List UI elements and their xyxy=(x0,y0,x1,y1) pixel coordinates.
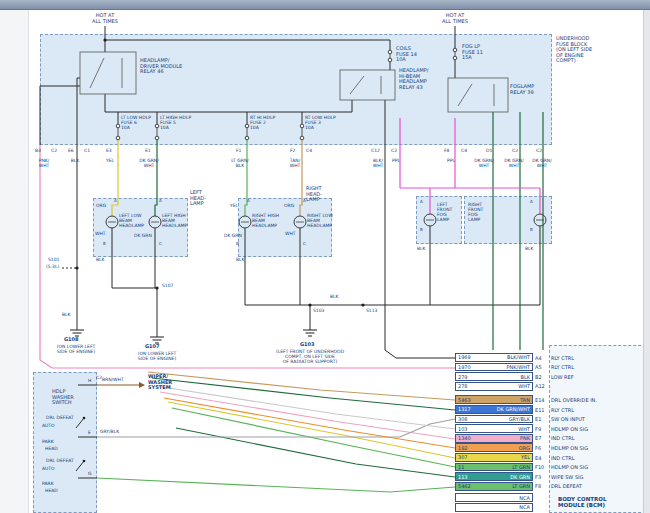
diagram-label: DRL DEFEAT xyxy=(46,458,74,463)
diagram-label: DK GRN/ WHT xyxy=(134,158,164,168)
diagram-label: C2 xyxy=(51,148,57,153)
diagram-label: RT LOW HDLP FUSE 3 10A xyxy=(305,115,343,130)
diagram-label: BODY CONTROL MODULE (BCM) xyxy=(558,496,630,508)
wire xyxy=(105,94,352,112)
bcm-function: HDLMP ON SIG xyxy=(551,464,588,470)
wire xyxy=(385,145,455,358)
bcm-function: IND CTRL xyxy=(551,455,574,461)
bcm-function: LOW REF xyxy=(551,374,574,380)
bcm-pin: E11 xyxy=(535,407,545,413)
bcm-pin: E14 xyxy=(535,397,545,403)
relay-symbol xyxy=(448,78,508,112)
bcm-pin: A5 xyxy=(535,364,542,370)
bcm-table-row: NCA xyxy=(455,493,533,502)
diagram-label: C4 xyxy=(306,148,312,153)
bcm-table-row: 1970PNK/WHT xyxy=(455,363,533,372)
diagram-label: BRN/WHT xyxy=(102,377,124,382)
bcm-wire-number: 5462 xyxy=(458,483,471,489)
bcm-wire-number: 308 xyxy=(458,416,468,422)
bcm-table-row: NCA xyxy=(455,503,533,512)
bcm-wire-color: LT GRN xyxy=(512,483,530,489)
diagram-label: HEAD xyxy=(45,446,58,451)
diagram-label: DRL DEFEAT xyxy=(46,415,74,420)
diagram-label: PPL xyxy=(440,158,462,163)
diagram-label: DK GRN xyxy=(224,233,242,238)
bcm-wire-color: PNK xyxy=(520,435,530,441)
diagram-label: HDLP WASHER SWITCH xyxy=(52,389,88,406)
bcm-function: SW ON INPUT xyxy=(551,416,585,422)
diagram-label: C12 xyxy=(371,148,380,153)
bcm-function: RLY CTRL xyxy=(551,355,574,361)
bcm-wire-number: 278 xyxy=(458,383,468,389)
bcm-pin: E7 xyxy=(535,435,541,441)
bcm-wire-color: ORG xyxy=(519,445,530,451)
diagram-label: ORG xyxy=(96,203,106,208)
diagram-label: LT GRN/ BLK xyxy=(225,158,255,168)
bcm-table-row: 1969BLK/WHT xyxy=(455,353,533,362)
bcm-wire-number: 113 xyxy=(458,474,468,480)
diagram-label: ORG xyxy=(284,203,294,208)
vertical-scrollbar[interactable] xyxy=(643,10,650,513)
diagram-label: G xyxy=(88,471,92,476)
diagram-label: B xyxy=(103,242,106,246)
diagram-label: A xyxy=(420,200,423,204)
diagram-label: B3 xyxy=(35,148,41,153)
diagram-label: DK GRN xyxy=(134,233,152,238)
bcm-wire-color: NCA xyxy=(519,495,530,501)
bcm-pin: F8 xyxy=(535,483,541,489)
wiring-diagram-screen: HOT AT ALL TIMESHOT AT ALL TIMESUNDERHOO… xyxy=(0,0,650,513)
diagram-label: B xyxy=(420,228,423,232)
diagram-label: F8 xyxy=(444,148,449,153)
diagram-label: HEADLAMP/ HI-BEAM HEADLAMP RELAY 43 xyxy=(399,68,445,90)
diagram-label: WHT xyxy=(95,231,106,236)
bcm-pin: F9 xyxy=(535,426,541,432)
diagram-label: YEL xyxy=(98,158,122,163)
diagram-label: C1 xyxy=(84,148,90,153)
bcm-table-row: 103WHT xyxy=(455,424,533,433)
diagram-label: A xyxy=(530,200,533,204)
bcm-wire-number: 1970 xyxy=(458,364,471,370)
bcm-function: IND CTRL xyxy=(551,435,574,441)
bcm-wire-color: BLK xyxy=(521,374,531,380)
diagram-label: UNDERHOOD FUSE BLOCK (ON LEFT SIDE OF EN… xyxy=(556,36,628,64)
bcm-function: RLY CTRL xyxy=(551,407,574,413)
diagram-label: PARK xyxy=(42,439,54,444)
wire xyxy=(300,140,302,216)
bcm-pin: E4 xyxy=(535,455,541,461)
bcm-wire-number: 1317 xyxy=(458,406,471,412)
diagram-label: GRY/BLK xyxy=(100,429,119,434)
diagram-label: FOGLAMP RELAY 39 xyxy=(510,84,550,95)
bcm-wire-number: 103 xyxy=(458,426,468,432)
bcm-function: DRL OVERRIDE IN. xyxy=(551,397,597,403)
diagram-label: PARK xyxy=(42,481,54,486)
bcm-table-row: 308GRY/BLK xyxy=(455,415,533,424)
diagram-label: A xyxy=(303,199,306,203)
wire xyxy=(77,78,80,330)
bcm-function: RLY CTRL xyxy=(551,364,574,370)
diagram-label: B xyxy=(530,228,533,232)
bcm-pin: A12 xyxy=(535,383,545,389)
bcm-wire-number: 11 xyxy=(458,464,464,470)
wire xyxy=(40,86,80,145)
bcm-wire-color: LT GRN xyxy=(512,464,530,470)
relay-symbol xyxy=(340,70,395,100)
bcm-wire-number: 192 xyxy=(458,445,468,451)
diagram-label: A xyxy=(114,199,117,203)
bcm-table-row: 113DK GRN xyxy=(455,472,533,481)
diagram-label: LT HIGH HDLP FUSE 5 10A xyxy=(160,115,198,130)
bcm-table-row: 1340PNK xyxy=(455,434,533,443)
bcm-pin: B2 xyxy=(535,374,542,380)
diagram-label: BLK xyxy=(525,246,534,251)
diagram-label: HEADLAMP/ DRIVER MODULE RELAY 46 xyxy=(140,58,202,75)
diagram-label: D1 xyxy=(486,148,492,153)
diagram-label: RIGHT FRONT FOG LAMP xyxy=(468,202,494,222)
bcm-pin: F10 xyxy=(535,464,544,470)
diagram-label: LT LOW HDLP FUSE 6 10A xyxy=(121,115,157,130)
bcm-table-row: 5463TAN xyxy=(455,395,533,404)
bcm-function: WIPE SW SIG xyxy=(551,474,583,480)
diagram-label: H xyxy=(88,378,91,383)
diagram-label: A xyxy=(247,199,250,203)
diagram-label: BLK xyxy=(417,246,426,251)
diagram-label: COILS FUSE 14 10A xyxy=(396,46,430,63)
bcm-function: DRL DEFEAT xyxy=(551,483,582,489)
